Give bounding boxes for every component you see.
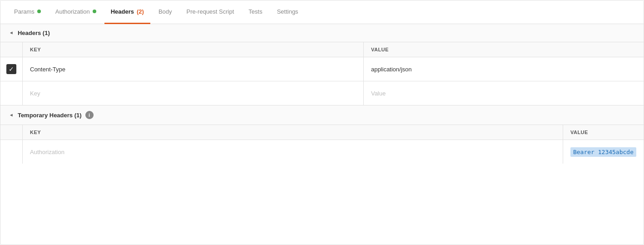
row-1-key-value: Content-Type [30, 66, 65, 73]
headers-chevron-icon: ▼ [9, 31, 14, 35]
temp-headers-column-header-row: KEY VALUE [0, 125, 644, 140]
info-icon[interactable]: i [85, 111, 94, 119]
temp-headers-key-column-header: KEY [23, 125, 563, 140]
row-1-key-cell[interactable]: Content-Type [23, 57, 364, 81]
temp-headers-chevron-icon: ▼ [9, 113, 14, 117]
empty-row-key-placeholder: Key [30, 90, 40, 97]
temp-headers-checkbox-col [0, 125, 23, 140]
tab-tests-label: Tests [248, 8, 262, 15]
table-row: ✓ Content-Type application/json [0, 57, 644, 81]
params-dot [37, 10, 41, 13]
headers-table: KEY VALUE ✓ Content-Type application/jso… [0, 42, 644, 105]
tab-settings-label: Settings [277, 8, 298, 15]
row-1-checkbox-cell[interactable]: ✓ [0, 57, 23, 81]
row-1-value-value: application/json [371, 66, 412, 73]
headers-checkbox-col [0, 42, 23, 57]
main-container: Params Authorization Headers (2) Body Pr… [0, 0, 644, 245]
row-1-checkbox-checked[interactable]: ✓ [6, 64, 16, 74]
row-1-checkbox-wrapper[interactable]: ✓ [0, 57, 22, 81]
temp-headers-value-column-header: VALUE [563, 125, 644, 140]
temp-row-value-cell[interactable]: Bearer 12345abcde [563, 140, 644, 164]
tab-headers[interactable]: Headers (2) [104, 0, 150, 24]
tab-authorization-label: Authorization [55, 8, 90, 15]
headers-column-header-row: KEY VALUE [0, 42, 644, 57]
headers-empty-row: Key Value [0, 81, 644, 105]
headers-key-column-header: KEY [23, 42, 364, 57]
tab-pre-request-script-label: Pre-request Script [187, 8, 234, 15]
temp-row-key-cell: Authorization [23, 140, 563, 164]
temp-row-checkbox-cell [0, 140, 23, 164]
empty-row-value-placeholder: Value [371, 90, 386, 97]
tab-body-label: Body [159, 8, 172, 15]
tab-settings[interactable]: Settings [271, 0, 305, 24]
temp-headers-section-header[interactable]: ▼ Temporary Headers (1) i [0, 105, 644, 125]
tab-bar: Params Authorization Headers (2) Body Pr… [0, 0, 644, 24]
checkmark-icon: ✓ [9, 65, 14, 73]
tab-params-label: Params [14, 8, 35, 15]
temp-headers-auth-row: Authorization Bearer 12345abcde [0, 140, 644, 164]
headers-section-title: Headers (1) [18, 30, 50, 36]
temp-row-bearer-token[interactable]: Bearer 12345abcde [570, 147, 636, 157]
tab-authorization[interactable]: Authorization [49, 0, 103, 24]
temp-headers-section-title: Temporary Headers (1) [18, 112, 82, 119]
empty-row-value-cell[interactable]: Value [363, 81, 644, 105]
tab-headers-badge: (2) [137, 8, 144, 15]
temp-row-authorization-label: Authorization [30, 149, 64, 155]
empty-row-key-cell[interactable]: Key [23, 81, 364, 105]
tab-pre-request-script[interactable]: Pre-request Script [180, 0, 241, 24]
headers-value-column-header: VALUE [363, 42, 644, 57]
authorization-dot [93, 10, 96, 13]
empty-row-checkbox-wrapper [0, 81, 22, 105]
empty-row-checkbox-cell [0, 81, 23, 105]
temp-headers-table: KEY VALUE Authorization Bearer 12345abcd… [0, 125, 644, 164]
row-1-value-cell[interactable]: application/json [363, 57, 644, 81]
tab-tests[interactable]: Tests [242, 0, 268, 24]
headers-section-header[interactable]: ▼ Headers (1) [0, 24, 644, 42]
tab-headers-label: Headers [111, 8, 134, 15]
tab-params[interactable]: Params [8, 0, 47, 24]
tab-body[interactable]: Body [152, 0, 178, 24]
temp-row-checkbox-wrapper [0, 140, 22, 164]
